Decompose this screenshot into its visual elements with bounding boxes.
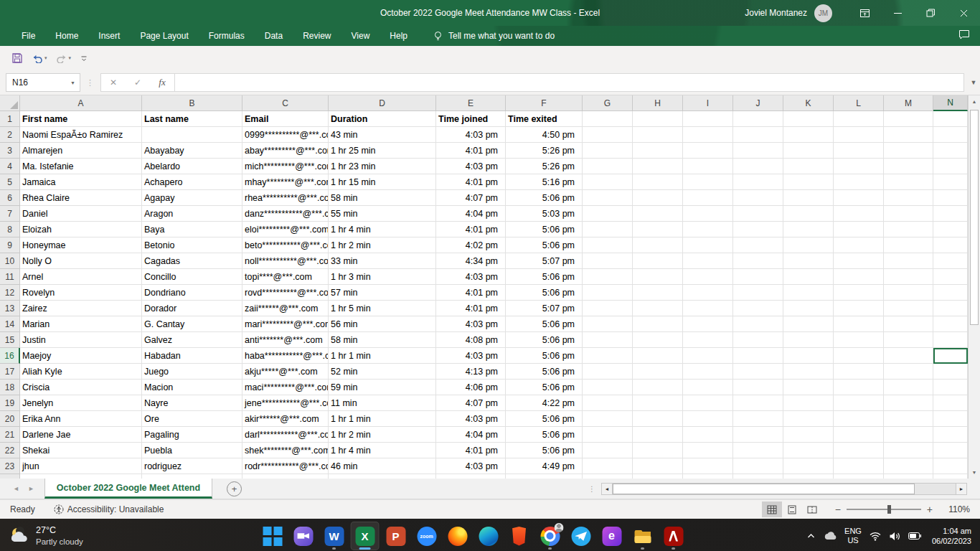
cell-A3[interactable]: Almarejen: [20, 143, 142, 159]
cell-D9[interactable]: 1 hr 2 min: [329, 237, 436, 253]
cell-J2[interactable]: [733, 127, 783, 143]
cell-B1[interactable]: Last name: [142, 111, 242, 127]
cell-G7[interactable]: [583, 206, 633, 222]
cell-F8[interactable]: 5:06 pm: [506, 222, 583, 237]
menu-tab-formulas[interactable]: Formulas: [199, 26, 255, 46]
taskbar-brave-icon[interactable]: [505, 522, 534, 550]
cell-J13[interactable]: [733, 301, 783, 316]
cell-N14[interactable]: [933, 316, 968, 332]
cell-A7[interactable]: Daniel: [20, 206, 142, 222]
cell-A17[interactable]: Aliah Kyle: [20, 364, 142, 380]
cell-A13[interactable]: Zairez: [20, 301, 142, 316]
cell-B10[interactable]: Cagadas: [142, 253, 242, 269]
cell-L10[interactable]: [834, 253, 884, 269]
cell-B22[interactable]: Puebla: [142, 443, 242, 458]
cell-L24[interactable]: [834, 474, 884, 479]
cell-K21[interactable]: [783, 427, 834, 443]
cell-H7[interactable]: [633, 206, 683, 222]
cell-B17[interactable]: Juego: [142, 364, 242, 380]
formula-bar-expand-icon[interactable]: ▼: [967, 74, 980, 91]
cell-N20[interactable]: [933, 411, 968, 427]
cell-C19[interactable]: jene***********@***.com: [242, 395, 329, 411]
cell-C12[interactable]: rovd**********@***.com: [242, 285, 329, 301]
select-all-corner[interactable]: [0, 95, 20, 111]
cell-A4[interactable]: Ma. Istefanie: [20, 159, 142, 174]
cell-C9[interactable]: beto***********@***.com: [242, 237, 329, 253]
cell-A19[interactable]: Jenelyn: [20, 395, 142, 411]
cell-G18[interactable]: [583, 380, 633, 395]
cell-B2[interactable]: [142, 127, 242, 143]
cell-G20[interactable]: [583, 411, 633, 427]
zoom-slider[interactable]: [847, 509, 921, 510]
cell-I5[interactable]: [683, 174, 733, 190]
row-header-4[interactable]: 4: [0, 159, 20, 174]
cell-M10[interactable]: [884, 253, 933, 269]
cell-L21[interactable]: [834, 427, 884, 443]
sheet-tab-active[interactable]: October 2022 Google Meet Attend: [44, 479, 212, 499]
cell-J9[interactable]: [733, 237, 783, 253]
cell-E14[interactable]: 4:03 pm: [436, 316, 506, 332]
cell-L9[interactable]: [834, 237, 884, 253]
column-header-B[interactable]: B: [142, 95, 242, 111]
cell-I15[interactable]: [683, 332, 733, 348]
formula-input[interactable]: [175, 73, 964, 92]
cell-F14[interactable]: 5:06 pm: [506, 316, 583, 332]
cell-J7[interactable]: [733, 206, 783, 222]
row-header-3[interactable]: 3: [0, 143, 20, 159]
cell-M18[interactable]: [884, 380, 933, 395]
menu-tab-file[interactable]: File: [11, 26, 45, 46]
cell-C23[interactable]: rodr***********@***.com: [242, 458, 329, 474]
cell-I4[interactable]: [683, 159, 733, 174]
cell-D2[interactable]: 43 min: [329, 127, 436, 143]
cell-E12[interactable]: 4:01 pm: [436, 285, 506, 301]
cell-F4[interactable]: 5:26 pm: [506, 159, 583, 174]
cell-M17[interactable]: [884, 364, 933, 380]
ribbon-display-options-icon[interactable]: [848, 0, 881, 26]
cell-E11[interactable]: 4:03 pm: [436, 269, 506, 285]
row-header-18[interactable]: 18: [0, 380, 20, 395]
cell-B6[interactable]: Agapay: [142, 190, 242, 206]
cell-K17[interactable]: [783, 364, 834, 380]
row-header-9[interactable]: 9: [0, 237, 20, 253]
scroll-left-icon[interactable]: ◄: [601, 483, 613, 495]
cell-N18[interactable]: [933, 380, 968, 395]
cell-D20[interactable]: 1 hr 1 min: [329, 411, 436, 427]
enter-icon[interactable]: ✓: [126, 77, 150, 88]
row-header-10[interactable]: 10: [0, 253, 20, 269]
vertical-scrollbar[interactable]: ▲ ▼: [968, 95, 980, 479]
minimize-button[interactable]: [881, 0, 914, 26]
cell-I17[interactable]: [683, 364, 733, 380]
cell-F7[interactable]: 5:03 pm: [506, 206, 583, 222]
cell-F16[interactable]: 5:06 pm: [506, 348, 583, 364]
cell-B19[interactable]: Nayre: [142, 395, 242, 411]
cell-B18[interactable]: Macion: [142, 380, 242, 395]
cell-L6[interactable]: [834, 190, 884, 206]
cell-H15[interactable]: [633, 332, 683, 348]
cell-F9[interactable]: 5:06 pm: [506, 237, 583, 253]
row-header-22[interactable]: 22: [0, 443, 20, 458]
zoom-slider-thumb[interactable]: [887, 505, 891, 514]
cell-B20[interactable]: Ore: [142, 411, 242, 427]
cell-F20[interactable]: 5:06 pm: [506, 411, 583, 427]
tray-chevron-up-icon[interactable]: [806, 532, 816, 540]
battery-icon[interactable]: [908, 532, 921, 540]
column-header-M[interactable]: M: [884, 95, 933, 111]
cell-C10[interactable]: noll***********@***.com: [242, 253, 329, 269]
column-header-A[interactable]: A: [20, 95, 142, 111]
cell-M7[interactable]: [884, 206, 933, 222]
language-indicator[interactable]: ENG US: [844, 527, 862, 545]
cell-H17[interactable]: [633, 364, 683, 380]
cell-C2[interactable]: 0999**********@***.com: [242, 127, 329, 143]
redo-icon[interactable]: ▾: [53, 52, 75, 65]
cell-G4[interactable]: [583, 159, 633, 174]
cell-E10[interactable]: 4:34 pm: [436, 253, 506, 269]
cell-M13[interactable]: [884, 301, 933, 316]
cell-A5[interactable]: Jamaica: [20, 174, 142, 190]
cell-K20[interactable]: [783, 411, 834, 427]
cell-D18[interactable]: 59 min: [329, 380, 436, 395]
column-header-K[interactable]: K: [783, 95, 834, 111]
cell-J24[interactable]: [733, 474, 783, 479]
cell-G19[interactable]: [583, 395, 633, 411]
restore-button[interactable]: [914, 0, 947, 26]
cell-D5[interactable]: 1 hr 15 min: [329, 174, 436, 190]
